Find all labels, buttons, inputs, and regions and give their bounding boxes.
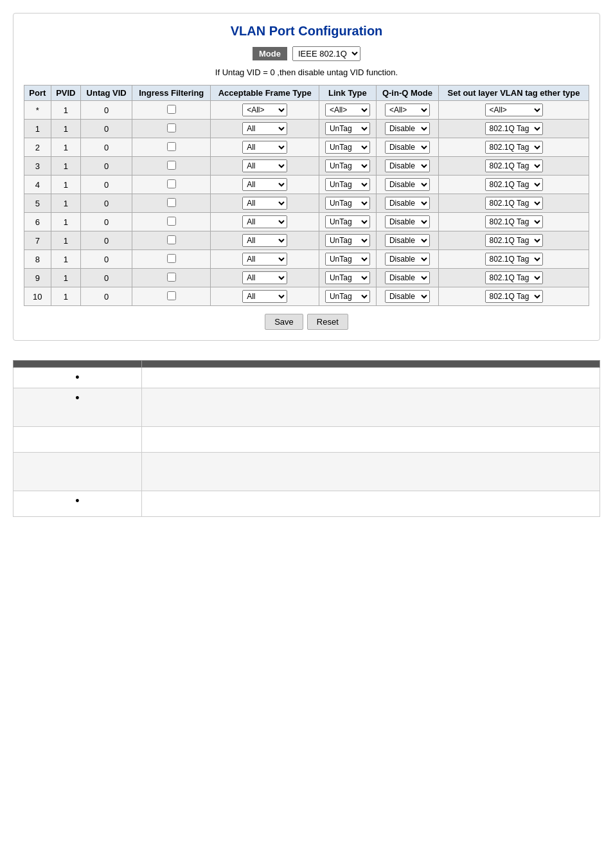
cell-ingress-6: [132, 213, 211, 231]
accept-9[interactable]: AllTag OnlyUnTag Only: [242, 271, 287, 284]
link-4[interactable]: UnTagTagHybrid: [325, 178, 370, 191]
setout-6[interactable]: 802.1Q Tag802.1AD Tag: [485, 215, 543, 228]
cell-ingress-4: [132, 176, 211, 194]
cell-accept-9: AllTag OnlyUnTag Only: [211, 269, 319, 287]
cell-ingress-2: [132, 138, 211, 157]
setout-8[interactable]: 802.1Q Tag802.1AD Tag: [485, 253, 543, 266]
qinq-6[interactable]: DisableEnable: [385, 215, 430, 228]
link-5[interactable]: UnTagTagHybrid: [325, 197, 370, 210]
ref-cell-4-1: [13, 453, 142, 491]
col-port: Port: [24, 86, 51, 101]
accept-5[interactable]: AllTag OnlyUnTag Only: [242, 197, 287, 210]
link-9[interactable]: UnTagTagHybrid: [325, 271, 370, 284]
setout-select-wildcard[interactable]: <All>802.1Q Tag802.1AD Tag: [485, 104, 543, 116]
table-row-3: 3 1 0 AllTag OnlyUnTag Only UnTagTagHybr…: [24, 157, 589, 176]
cell-link-3: UnTagTagHybrid: [319, 157, 377, 176]
setout-2[interactable]: 802.1Q Tag802.1AD Tag: [485, 141, 543, 154]
cell-link-1: UnTagTagHybrid: [319, 120, 377, 138]
accept-10[interactable]: AllTag OnlyUnTag Only: [242, 290, 287, 303]
link-2[interactable]: UnTagTagHybrid: [325, 141, 370, 154]
cell-qinq-4: DisableEnable: [376, 176, 438, 194]
cell-qinq-3: DisableEnable: [376, 157, 438, 176]
link-10[interactable]: UnTagTagHybrid: [325, 290, 370, 303]
ref-row-1: •: [13, 368, 600, 388]
accept-frame-select-wildcard[interactable]: <All>AllTag OnlyUnTag Only: [242, 104, 287, 116]
qinq-select-wildcard[interactable]: <All>DisableEnable: [385, 104, 430, 116]
accept-3[interactable]: AllTag OnlyUnTag Only: [242, 159, 287, 172]
ingress-cb-2[interactable]: [167, 142, 176, 151]
qinq-9[interactable]: DisableEnable: [385, 271, 430, 284]
ingress-cb-8[interactable]: [167, 254, 176, 263]
cell-pvid-7: 1: [51, 231, 80, 250]
link-7[interactable]: UnTagTagHybrid: [325, 234, 370, 247]
ingress-cb-6[interactable]: [167, 217, 176, 226]
qinq-2[interactable]: DisableEnable: [385, 141, 430, 154]
ingress-cb-10[interactable]: [167, 291, 176, 300]
qinq-5[interactable]: DisableEnable: [385, 197, 430, 210]
ingress-cb-1[interactable]: [167, 123, 176, 132]
ingress-cb-7[interactable]: [167, 235, 176, 244]
cell-setout-10: 802.1Q Tag802.1AD Tag: [439, 287, 589, 306]
col-link-type: Link Type: [319, 86, 377, 101]
save-button[interactable]: Save: [265, 314, 303, 330]
qinq-10[interactable]: DisableEnable: [385, 290, 430, 303]
qinq-3[interactable]: DisableEnable: [385, 159, 430, 172]
qinq-4[interactable]: DisableEnable: [385, 178, 430, 191]
table-row-wildcard: * 1 0 <All>AllTag OnlyUnTag Only <All>Un…: [24, 101, 589, 120]
accept-8[interactable]: AllTag OnlyUnTag Only: [242, 253, 287, 266]
table-row-1: 1 1 0 AllTag OnlyUnTag Only UnTagTagHybr…: [24, 120, 589, 138]
ingress-cb-4[interactable]: [167, 179, 176, 188]
setout-9[interactable]: 802.1Q Tag802.1AD Tag: [485, 271, 543, 284]
mode-select[interactable]: IEEE 802.1Q: [292, 46, 360, 61]
ingress-cb-3[interactable]: [167, 161, 176, 170]
setout-4[interactable]: 802.1Q Tag802.1AD Tag: [485, 178, 543, 191]
setout-10[interactable]: 802.1Q Tag802.1AD Tag: [485, 290, 543, 303]
link-1[interactable]: UnTagTagHybrid: [325, 122, 370, 135]
cell-port-5: 5: [24, 194, 51, 213]
ref-cell-2-1: •: [13, 388, 142, 427]
cell-qinq-9: DisableEnable: [376, 269, 438, 287]
setout-3[interactable]: 802.1Q Tag802.1AD Tag: [485, 159, 543, 172]
accept-2[interactable]: AllTag OnlyUnTag Only: [242, 141, 287, 154]
ref-row-5: •: [13, 491, 600, 517]
accept-1[interactable]: AllTag OnlyUnTag Only: [242, 122, 287, 135]
accept-6[interactable]: AllTag OnlyUnTag Only: [242, 215, 287, 228]
cell-ingress-wildcard: [132, 101, 211, 120]
cell-untag-7: 0: [80, 231, 132, 250]
cell-qinq-7: DisableEnable: [376, 231, 438, 250]
ingress-cb-5[interactable]: [167, 198, 176, 207]
col-accept-frame: Acceptable Frame Type: [211, 86, 319, 101]
cell-link-9: UnTagTagHybrid: [319, 269, 377, 287]
link-3[interactable]: UnTagTagHybrid: [325, 159, 370, 172]
cell-link-6: UnTagTagHybrid: [319, 213, 377, 231]
accept-7[interactable]: AllTag OnlyUnTag Only: [242, 234, 287, 247]
cell-port-9: 9: [24, 269, 51, 287]
link-8[interactable]: UnTagTagHybrid: [325, 253, 370, 266]
accept-4[interactable]: AllTag OnlyUnTag Only: [242, 178, 287, 191]
qinq-8[interactable]: DisableEnable: [385, 253, 430, 266]
cell-accept-4: AllTag OnlyUnTag Only: [211, 176, 319, 194]
cell-accept-10: AllTag OnlyUnTag Only: [211, 287, 319, 306]
cell-link-10: UnTagTagHybrid: [319, 287, 377, 306]
cell-untag-2: 0: [80, 138, 132, 157]
setout-7[interactable]: 802.1Q Tag802.1AD Tag: [485, 234, 543, 247]
setout-1[interactable]: 802.1Q Tag802.1AD Tag: [485, 122, 543, 135]
cell-untag-8: 0: [80, 250, 132, 269]
reset-button[interactable]: Reset: [307, 314, 348, 330]
ingress-checkbox-wildcard[interactable]: [167, 105, 176, 114]
table-row-4: 4 1 0 AllTag OnlyUnTag Only UnTagTagHybr…: [24, 176, 589, 194]
cell-port-wildcard: *: [24, 101, 51, 120]
qinq-1[interactable]: DisableEnable: [385, 122, 430, 135]
cell-port-10: 10: [24, 287, 51, 306]
cell-qinq-2: DisableEnable: [376, 138, 438, 157]
cell-setout-5: 802.1Q Tag802.1AD Tag: [439, 194, 589, 213]
table-row-7: 7 1 0 AllTag OnlyUnTag Only UnTagTagHybr…: [24, 231, 589, 250]
cell-ingress-3: [132, 157, 211, 176]
ref-header-row: [13, 361, 600, 368]
link-6[interactable]: UnTagTagHybrid: [325, 215, 370, 228]
link-type-select-wildcard[interactable]: <All>UnTagTagHybrid: [325, 104, 370, 116]
main-table: Port PVID Untag VID Ingress Filtering Ac…: [24, 85, 589, 306]
qinq-7[interactable]: DisableEnable: [385, 234, 430, 247]
ingress-cb-9[interactable]: [167, 273, 176, 282]
setout-5[interactable]: 802.1Q Tag802.1AD Tag: [485, 197, 543, 210]
